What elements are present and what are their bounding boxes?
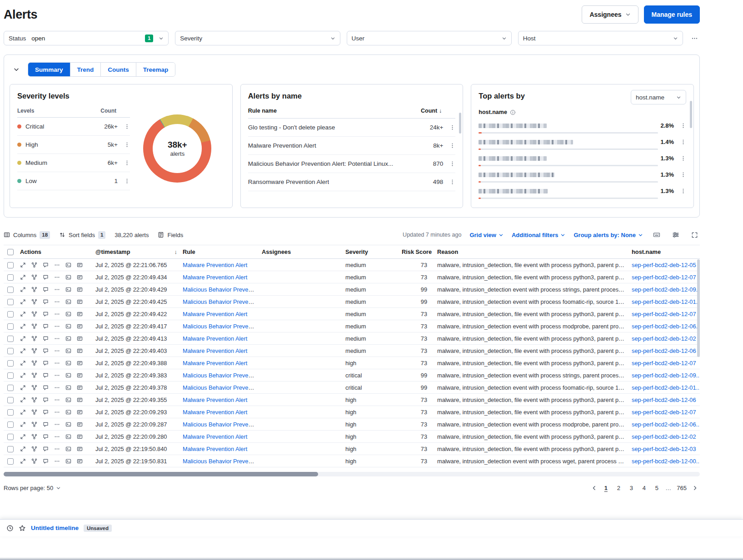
rule-row-actions-icon[interactable] <box>449 124 455 130</box>
analyze-event-icon[interactable] <box>31 323 37 329</box>
host-link[interactable]: sep-perf-bcd2-deb-12-00... <box>632 458 700 465</box>
column-header-timestamp[interactable]: @timestamp↓ <box>93 245 180 259</box>
row-checkbox[interactable] <box>7 262 14 268</box>
timeline-icon[interactable] <box>6 525 14 532</box>
investigate-timeline-icon[interactable] <box>77 348 83 354</box>
analyze-event-icon[interactable] <box>31 458 37 464</box>
favorite-star-icon[interactable] <box>19 525 26 532</box>
column-header-reason[interactable]: Reason <box>434 245 629 259</box>
host-link[interactable]: sep-perf-bcd2-deb-12-07 <box>632 274 696 281</box>
keyboard-shortcuts-icon[interactable] <box>651 229 662 240</box>
session-view-icon[interactable] <box>65 336 71 342</box>
row-checkbox[interactable] <box>7 421 14 428</box>
host-link[interactable]: sep-perf-bcd2-deb-12-02 <box>632 335 696 342</box>
rule-link[interactable]: Malware Prevention Alert <box>183 470 247 471</box>
expand-alert-icon[interactable] <box>20 274 26 280</box>
rule-link[interactable]: Malicious Behavior Preventi... <box>183 286 259 293</box>
more-actions-icon[interactable] <box>54 299 60 305</box>
expand-alert-icon[interactable] <box>20 446 26 452</box>
top-alert-actions-icon[interactable] <box>680 188 686 194</box>
host-link[interactable]: sep-perf-bcd2-deb-12-07 <box>632 311 696 317</box>
host-link[interactable]: sep-perf-bcd2-deb-12-01... <box>632 298 700 305</box>
add-note-icon[interactable] <box>43 360 49 366</box>
panel-scrollbar[interactable] <box>690 101 692 128</box>
additional-filters-button[interactable]: Additional filters <box>512 232 566 238</box>
display-options-icon[interactable] <box>670 229 681 240</box>
analyze-event-icon[interactable] <box>31 385 37 391</box>
session-view-icon[interactable] <box>65 471 71 471</box>
more-actions-icon[interactable] <box>54 421 60 427</box>
expand-alert-icon[interactable] <box>20 421 26 427</box>
row-checkbox[interactable] <box>7 336 14 342</box>
analyze-event-icon[interactable] <box>31 311 37 317</box>
more-actions-icon[interactable] <box>54 311 60 317</box>
more-actions-icon[interactable] <box>54 287 60 292</box>
rule-row-actions-icon[interactable] <box>449 143 455 149</box>
top-alert-actions-icon[interactable] <box>680 139 686 145</box>
host-link[interactable]: sep-perf-bcd2-deb-12-03 <box>632 470 696 471</box>
rule-link[interactable]: Malware Prevention Alert <box>183 360 247 367</box>
add-note-icon[interactable] <box>43 458 49 464</box>
analyze-event-icon[interactable] <box>31 360 37 366</box>
expand-alert-icon[interactable] <box>20 323 26 329</box>
assignees-button[interactable]: Assignees <box>582 5 638 24</box>
add-note-icon[interactable] <box>43 336 49 342</box>
group-alerts-by-button[interactable]: Group alerts by: None <box>573 232 643 238</box>
more-actions-icon[interactable] <box>54 397 60 403</box>
page-2-button[interactable]: 2 <box>613 482 624 494</box>
session-view-icon[interactable] <box>65 262 71 268</box>
add-note-icon[interactable] <box>43 421 49 427</box>
session-view-icon[interactable] <box>65 323 71 329</box>
investigate-timeline-icon[interactable] <box>77 262 83 268</box>
rule-link[interactable]: Malware Prevention Alert <box>183 335 247 342</box>
host-link[interactable]: sep-perf-bcd2-deb-12-07 <box>632 409 696 416</box>
session-view-icon[interactable] <box>65 299 71 305</box>
top-alert-actions-icon[interactable] <box>680 155 686 161</box>
row-checkbox[interactable] <box>7 434 14 440</box>
expand-alert-icon[interactable] <box>20 336 26 342</box>
investigate-timeline-icon[interactable] <box>77 446 83 452</box>
more-actions-icon[interactable] <box>54 409 60 415</box>
sort-fields-button[interactable]: Sort fields 1 <box>59 231 105 239</box>
analyze-event-icon[interactable] <box>31 434 37 440</box>
count-column-header[interactable]: Count ↓ <box>421 108 455 114</box>
session-view-icon[interactable] <box>65 311 71 317</box>
row-checkbox[interactable] <box>7 311 14 317</box>
session-view-icon[interactable] <box>65 372 71 378</box>
add-note-icon[interactable] <box>43 287 49 292</box>
more-actions-icon[interactable] <box>54 372 60 378</box>
analyze-event-icon[interactable] <box>31 372 37 378</box>
next-page-icon[interactable] <box>690 483 700 493</box>
top-alerts-field-select[interactable]: host.name <box>631 90 686 104</box>
analyze-event-icon[interactable] <box>31 299 37 305</box>
add-note-icon[interactable] <box>43 311 49 317</box>
rule-link[interactable]: Malware Prevention Alert <box>183 396 247 403</box>
row-checkbox[interactable] <box>7 287 14 293</box>
host-link[interactable]: sep-perf-bcd2-deb-12-06... <box>632 323 700 330</box>
session-view-icon[interactable] <box>65 348 71 354</box>
column-header-risk-score[interactable]: Risk Score <box>399 245 434 259</box>
add-note-icon[interactable] <box>43 323 49 329</box>
host-link[interactable]: sep-perf-bcd2-deb-12-06 <box>632 396 696 403</box>
rule-link[interactable]: Malware Prevention Alert <box>183 274 247 281</box>
row-checkbox[interactable] <box>7 397 14 403</box>
row-checkbox[interactable] <box>7 385 14 391</box>
tab-summary[interactable]: Summary <box>28 63 70 76</box>
row-checkbox[interactable] <box>7 458 14 465</box>
expand-alert-icon[interactable] <box>20 311 26 317</box>
add-note-icon[interactable] <box>43 262 49 268</box>
investigate-timeline-icon[interactable] <box>77 471 83 471</box>
rows-per-page-button[interactable]: Rows per page: 50 <box>4 485 61 491</box>
timeline-title[interactable]: Untitled timeline <box>31 525 79 531</box>
add-note-icon[interactable] <box>43 471 49 471</box>
more-actions-icon[interactable] <box>54 323 60 329</box>
expand-alert-icon[interactable] <box>20 372 26 378</box>
more-actions-icon[interactable] <box>54 385 60 391</box>
more-actions-icon[interactable] <box>54 360 60 366</box>
rule-row-actions-icon[interactable] <box>449 161 455 167</box>
more-actions-icon[interactable] <box>54 434 60 440</box>
rule-link[interactable]: Malware Prevention Alert <box>183 262 247 268</box>
expand-alert-icon[interactable] <box>20 299 26 305</box>
analyze-event-icon[interactable] <box>31 446 37 452</box>
page-4-button[interactable]: 4 <box>638 482 650 494</box>
